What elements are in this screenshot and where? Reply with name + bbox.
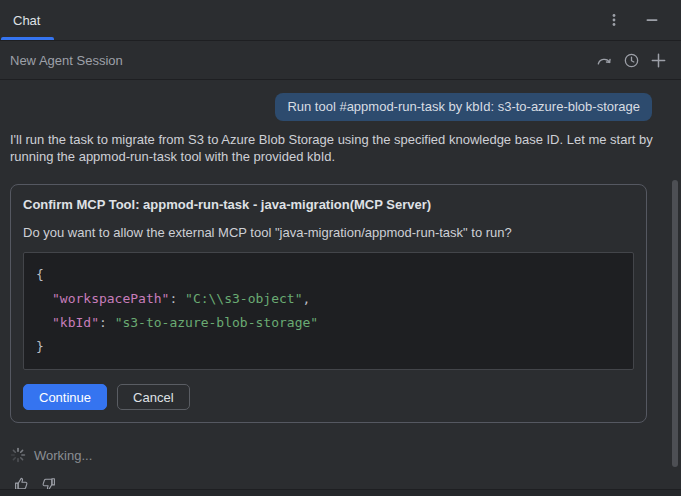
user-message-bubble: Run tool #appmod-run-task by kbId: s3-to… bbox=[275, 93, 652, 121]
close-brace: } bbox=[36, 339, 44, 354]
redo-button[interactable] bbox=[595, 52, 613, 70]
json-separator: : bbox=[99, 315, 115, 330]
json-separator: : bbox=[169, 291, 185, 306]
chat-tool-window: Chat New Agent Session bbox=[0, 0, 681, 496]
tab-bar-actions bbox=[605, 11, 681, 29]
active-tab-underline bbox=[1, 37, 54, 40]
dialog-title: Confirm MCP Tool: appmod-run-task - java… bbox=[23, 197, 634, 212]
chat-content-area: Run tool #appmod-run-task by kbId: s3-to… bbox=[0, 81, 681, 492]
session-title: New Agent Session bbox=[10, 53, 123, 68]
session-header-bar: New Agent Session bbox=[0, 42, 681, 80]
dialog-buttons-row: Continue Cancel bbox=[23, 384, 634, 410]
working-status-row: Working... bbox=[10, 447, 671, 463]
more-options-button[interactable] bbox=[605, 11, 623, 29]
user-message-row: Run tool #appmod-run-task by kbId: s3-to… bbox=[10, 93, 652, 121]
cancel-button[interactable]: Cancel bbox=[117, 384, 189, 410]
new-session-plus-icon bbox=[650, 52, 667, 69]
continue-button[interactable]: Continue bbox=[23, 384, 107, 410]
code-line-close: } bbox=[36, 335, 621, 359]
tab-chat[interactable]: Chat bbox=[0, 0, 54, 40]
minimize-button[interactable] bbox=[643, 11, 661, 29]
minimize-icon bbox=[644, 12, 660, 28]
tool-window-tab-bar: Chat bbox=[0, 0, 681, 41]
assistant-message: I'll run the task to migrate from S3 to … bbox=[10, 131, 671, 165]
open-brace: { bbox=[36, 267, 44, 282]
tab-chat-label: Chat bbox=[13, 13, 40, 28]
json-value-kbid: "s3-to-azure-blob-storage" bbox=[115, 315, 319, 330]
dialog-question: Do you want to allow the external MCP to… bbox=[23, 225, 634, 240]
vertical-scrollbar-thumb[interactable] bbox=[672, 180, 678, 467]
redo-arrow-icon bbox=[596, 52, 613, 69]
spinner-icon bbox=[10, 447, 26, 463]
code-line-kbid: "kbId": "s3-to-azure-blob-storage" bbox=[36, 311, 621, 335]
history-clock-icon bbox=[623, 52, 640, 69]
tool-arguments-code-block: { "workspacePath": "C:\\s3-object", "kbI… bbox=[23, 252, 634, 370]
mcp-confirm-dialog: Confirm MCP Tool: appmod-run-task - java… bbox=[10, 184, 647, 423]
session-actions bbox=[595, 52, 667, 70]
code-line-workspacepath: "workspacePath": "C:\\s3-object", bbox=[36, 287, 621, 311]
kebab-menu-icon bbox=[606, 12, 622, 28]
json-key-kbid: "kbId" bbox=[52, 315, 99, 330]
json-value-workspacepath: "C:\\s3-object" bbox=[185, 291, 302, 306]
history-button[interactable] bbox=[622, 52, 640, 70]
new-session-button[interactable] bbox=[649, 52, 667, 70]
panel-bottom-edge bbox=[0, 489, 681, 496]
json-key-workspacepath: "workspacePath" bbox=[52, 291, 169, 306]
working-status-text: Working... bbox=[34, 448, 92, 463]
code-line-open: { bbox=[36, 263, 621, 287]
json-comma: , bbox=[302, 291, 310, 306]
